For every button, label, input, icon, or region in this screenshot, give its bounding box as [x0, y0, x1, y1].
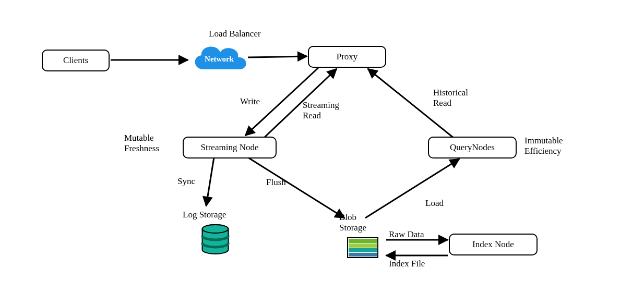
streaming-node-label: Streaming Node — [201, 142, 259, 153]
log-storage-label: Log Storage — [183, 210, 226, 220]
svg-rect-6 — [349, 253, 377, 257]
index-node-label: Index Node — [472, 239, 514, 250]
historical-read-label: Historical Read — [433, 88, 468, 108]
clients-node: Clients — [42, 50, 110, 71]
network-cloud-icon: Network — [188, 41, 251, 76]
query-nodes-node: QueryNodes — [428, 137, 517, 158]
clients-label: Clients — [63, 55, 88, 66]
svg-rect-3 — [349, 239, 377, 243]
flush-label: Flush — [266, 177, 286, 188]
arrow-streaming-to-blob — [248, 157, 344, 218]
proxy-label: Proxy — [337, 52, 358, 62]
diagram-canvas: Clients Load Balancer Network Proxy Stre… — [0, 0, 644, 305]
index-file-label: Index File — [389, 259, 425, 269]
index-node: Index Node — [449, 234, 538, 255]
svg-rect-4 — [349, 243, 377, 248]
mutable-freshness-label: Mutable Freshness — [124, 133, 159, 153]
raw-data-label: Raw Data — [389, 229, 424, 240]
load-label: Load — [425, 198, 444, 209]
sync-label: Sync — [177, 176, 195, 187]
streaming-node: Streaming Node — [183, 137, 277, 158]
query-nodes-label: QueryNodes — [450, 142, 495, 153]
network-cloud-text: Network — [205, 55, 234, 64]
streaming-read-label: Streaming Read — [303, 100, 339, 120]
load-balancer-label: Load Balancer — [209, 29, 261, 39]
proxy-node: Proxy — [308, 46, 386, 68]
svg-point-1 — [202, 225, 229, 233]
svg-rect-5 — [349, 248, 377, 252]
write-label: Write — [240, 96, 260, 107]
database-icon — [201, 224, 230, 259]
arrow-streaming-to-log — [206, 157, 214, 206]
arrow-cloud-to-proxy — [248, 56, 307, 57]
immutable-efficiency-label: Immutable Efficiency — [524, 136, 563, 156]
arrow-blob-to-query — [365, 159, 459, 218]
blob-storage-icon — [347, 237, 378, 260]
blob-storage-label: Blob Storage — [339, 212, 366, 233]
